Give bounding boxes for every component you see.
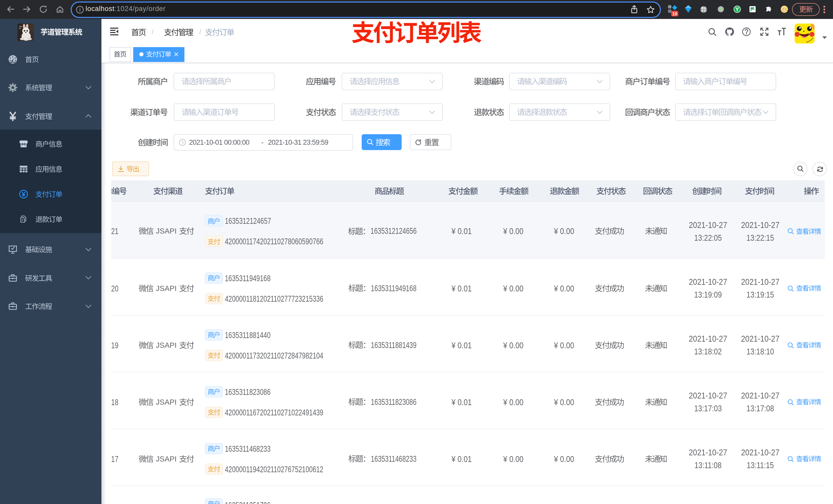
svg-text:10: 10	[672, 11, 677, 16]
